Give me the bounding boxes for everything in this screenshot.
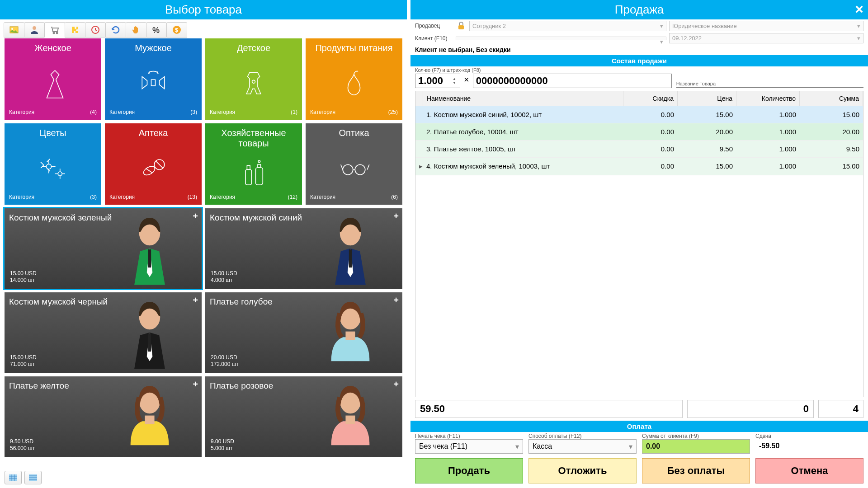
total-mid: 0 — [687, 400, 814, 418]
amount-input[interactable]: 0.00 — [642, 439, 750, 454]
svg-rect-25 — [148, 333, 151, 352]
cell-qty: 1.000 — [736, 158, 800, 175]
product-tile[interactable]: Платье розовое+9.00 USD5.000 шт — [205, 376, 402, 457]
svg-point-4 — [57, 33, 58, 34]
category-label: Категория — [9, 194, 34, 200]
col-name[interactable]: Наименование — [423, 91, 623, 106]
tb-percent-icon[interactable]: % — [146, 22, 167, 38]
product-tile[interactable]: Костюм мужской синий+15.00 USD4.000 шт — [205, 208, 402, 289]
close-icon[interactable]: × — [855, 1, 863, 18]
col-discount[interactable]: Скидка — [623, 91, 678, 106]
seller-combo[interactable]: Сотрудник 2 — [469, 21, 666, 31]
receipt-combo[interactable]: Без чека (F11) — [415, 439, 523, 454]
table-row[interactable]: 2. Платье голубое, 10004, шт0.0020.001.0… — [415, 123, 863, 141]
cell-name: 2. Платье голубое, 10004, шт — [423, 123, 623, 140]
category-count: (25) — [388, 109, 398, 115]
tb-coin-icon[interactable]: $ — [166, 22, 187, 38]
svg-text:%: % — [152, 26, 160, 35]
tb-undo-icon[interactable] — [105, 22, 126, 38]
category-label: Категория — [9, 109, 34, 115]
legal-combo[interactable]: Юридическое название — [669, 21, 863, 31]
barcode-input[interactable]: 0000000000000 — [473, 74, 672, 88]
product-price: 9.00 USD — [211, 438, 234, 446]
seller-label: Продавец — [415, 23, 453, 29]
view-grid-icon[interactable] — [5, 471, 22, 484]
product-tile[interactable]: Костюм мужской черный+15.00 USD71.000 шт — [5, 292, 202, 373]
nopay-button[interactable]: Без оплаты — [642, 458, 750, 483]
multiply-icon: × — [464, 75, 469, 88]
view-list-icon[interactable] — [24, 471, 42, 484]
date-combo[interactable]: 09.12.2022 — [669, 33, 863, 43]
tb-puzzle-icon[interactable] — [65, 22, 85, 38]
cell-sum: 20.00 — [800, 123, 863, 140]
category-count: (13) — [188, 194, 197, 200]
cancel-button[interactable]: Отмена — [755, 458, 863, 483]
product-price: 15.00 USD — [10, 270, 37, 277]
svg-point-2 — [33, 26, 36, 30]
tb-cart-icon[interactable] — [44, 22, 65, 38]
product-image — [312, 210, 389, 289]
total-sum: 59.50 — [415, 400, 683, 418]
cell-discount: 0.00 — [623, 123, 678, 140]
product-stock: 4.000 шт — [211, 277, 237, 284]
category-tile[interactable]: ЖенскоеКатегория(4) — [5, 38, 101, 120]
total-count: 4 — [818, 400, 863, 418]
product-image — [111, 378, 188, 457]
hold-button[interactable]: Отложить — [528, 458, 637, 483]
product-stock: 172.000 шт — [211, 361, 239, 368]
tb-user-icon[interactable] — [24, 22, 45, 38]
svg-point-9 — [252, 80, 255, 83]
cell-sum: 9.50 — [800, 141, 863, 157]
plus-icon[interactable]: + — [393, 211, 399, 221]
tb-clock-icon[interactable] — [85, 22, 106, 38]
category-label: Категория — [310, 109, 335, 115]
cell-name: 3. Платье желтое, 10005, шт — [423, 141, 623, 157]
col-qty[interactable]: Количество — [736, 91, 800, 106]
category-tile[interactable]: Продукты питанияКатегория(25) — [306, 38, 402, 120]
table-row[interactable]: ▸4. Костюм мужской зеленый, 10003, шт0.0… — [415, 158, 863, 175]
product-tile[interactable]: Платье голубое+20.00 USD172.000 шт — [205, 292, 402, 373]
plus-icon[interactable]: + — [193, 211, 198, 221]
plus-icon[interactable]: + — [193, 295, 198, 305]
sell-button[interactable]: Продать — [415, 458, 523, 483]
plus-icon[interactable]: + — [193, 379, 198, 389]
baby-icon — [210, 56, 297, 109]
category-tile[interactable]: Хозяйственные товарыКатегория(12) — [205, 123, 302, 205]
category-title: Детское — [210, 43, 297, 53]
category-tile[interactable]: ЦветыКатегория(3) — [5, 123, 101, 205]
plus-icon[interactable]: + — [393, 379, 399, 389]
change-label: Сдача — [755, 433, 863, 439]
svg-point-1 — [11, 28, 13, 30]
pear-icon — [310, 56, 398, 109]
cell-price: 15.00 — [678, 106, 736, 123]
category-tile[interactable]: МужскоеКатегория(3) — [105, 38, 202, 120]
qty-input[interactable]: 1.000▲▼ — [415, 74, 460, 88]
category-title: Оптика — [310, 128, 398, 138]
svg-point-18 — [343, 164, 353, 175]
lock-icon[interactable] — [456, 20, 467, 31]
tb-picture-icon[interactable] — [4, 22, 24, 38]
svg-point-19 — [355, 164, 365, 175]
method-combo[interactable]: Касса — [528, 439, 637, 454]
svg-text:$: $ — [175, 27, 179, 33]
product-tile[interactable]: Костюм мужской зеленый+15.00 USD14.000 ш… — [5, 208, 202, 289]
svg-point-11 — [58, 172, 62, 176]
category-tile[interactable]: ОптикаКатегория(6) — [306, 123, 402, 205]
cell-qty: 1.000 — [736, 123, 800, 140]
section-composition: Состав продажи — [410, 55, 868, 66]
tb-hand-icon[interactable] — [126, 22, 146, 38]
client-combo[interactable] — [456, 37, 666, 40]
table-row[interactable]: 3. Платье желтое, 10005, шт0.009.501.000… — [415, 141, 863, 158]
table-row[interactable]: 1. Костюм мужской синий, 10002, шт0.0015… — [415, 106, 863, 123]
plus-icon[interactable]: + — [393, 295, 399, 305]
svg-point-17 — [258, 160, 260, 163]
category-tile[interactable]: ДетскоеКатегория(1) — [205, 38, 302, 120]
svg-rect-31 — [458, 25, 464, 29]
cell-name: 1. Костюм мужской синий, 10002, шт — [423, 106, 623, 123]
toolbar: % $ — [0, 19, 407, 38]
col-price[interactable]: Цена — [678, 91, 736, 106]
prodname-input[interactable] — [676, 87, 863, 88]
product-tile[interactable]: Платье желтое+9.50 USD56.000 шт — [5, 376, 202, 457]
col-sum[interactable]: Сумма — [800, 91, 863, 106]
category-tile[interactable]: АптекаКатегория(13) — [105, 123, 202, 205]
